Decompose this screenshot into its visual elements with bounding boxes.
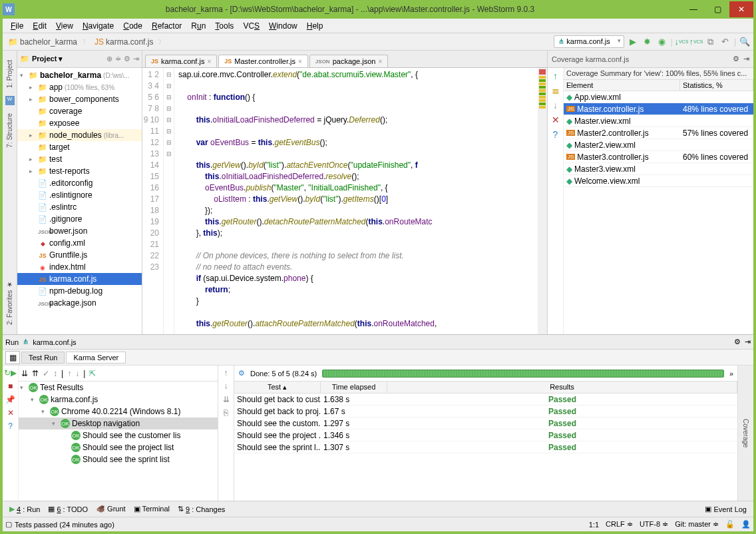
- progress-chevron-icon[interactable]: »: [729, 370, 733, 378]
- run-tree-node[interactable]: ▾OK Chrome 40.0.2214 (Windows 8.1): [19, 405, 218, 417]
- menu-view[interactable]: View: [52, 20, 77, 32]
- editor-tab[interactable]: JS karma.conf.js ×: [145, 55, 217, 67]
- terminal-tool-button[interactable]: ▣ Terminal: [130, 503, 174, 515]
- encoding[interactable]: UTF-8 ≑: [640, 520, 668, 529]
- pin-icon[interactable]: 📌: [5, 395, 15, 404]
- run-result-row[interactable]: Should see the custom...1.297 sPassed: [234, 417, 737, 429]
- cursor-position[interactable]: 1:1: [589, 521, 599, 529]
- tree-item[interactable]: ◆config.xml: [17, 237, 142, 249]
- event-log-button[interactable]: ▣ Event Log: [701, 503, 751, 515]
- run-tree-node[interactable]: OK Should see the customer lis: [19, 429, 218, 441]
- undo-icon[interactable]: ↶: [719, 36, 731, 48]
- editor[interactable]: 1 2 3 4 5 6 7 8 9 10 11 12 13 14 15 16 1…: [142, 68, 547, 334]
- tree-item[interactable]: JSkarma.conf.js: [17, 273, 142, 285]
- run-tree-node[interactable]: OK Should see the project list: [19, 441, 218, 453]
- changes-tool-button[interactable]: ⇅ 9: Changes: [174, 503, 229, 515]
- todo-tool-button[interactable]: ▦ 6: TODO: [44, 503, 92, 515]
- settings-icon[interactable]: ⚙: [733, 55, 739, 63]
- tree-item[interactable]: 📁target: [17, 141, 142, 153]
- run-tree-node[interactable]: ▾OK karma.conf.js: [19, 394, 218, 405]
- vcs-history-icon[interactable]: ⧉: [705, 36, 717, 48]
- run-result-row[interactable]: Should see the sprint l...1.307 sPassed: [234, 441, 737, 453]
- lock-icon[interactable]: 🔓: [725, 520, 735, 529]
- coverage-row[interactable]: ◆ App.view.xml: [564, 91, 753, 103]
- breadcrumb-file[interactable]: JS karma.conf.js: [92, 37, 156, 47]
- tree-item[interactable]: JSGruntfile.js: [17, 249, 142, 261]
- grunt-tool-button[interactable]: 🐗 Grunt: [92, 503, 130, 515]
- project-tree[interactable]: ▾📁bachelor_karma (D:\ws\...▸📁app (100% f…: [17, 68, 142, 334]
- run-result-row[interactable]: Should get back to cust...1.638 sPassed: [234, 394, 737, 405]
- close-icon[interactable]: ✕: [552, 115, 560, 125]
- expand-icon[interactable]: ≑: [115, 55, 121, 63]
- editor-tab[interactable]: JSON package.json ×: [309, 55, 388, 67]
- close-icon[interactable]: ×: [378, 58, 382, 65]
- settings-icon[interactable]: ⚙: [124, 55, 130, 63]
- tab-test-run[interactable]: Test Run: [21, 352, 65, 364]
- structure-tool-button[interactable]: 7: Structure: [6, 111, 13, 150]
- coverage-button[interactable]: ◉: [656, 36, 668, 48]
- coverage-table[interactable]: ◆ App.view.xmlJS Master.controller.js48%…: [564, 91, 753, 187]
- up-arrow-icon[interactable]: ↑: [553, 71, 558, 81]
- maximize-button[interactable]: ▢: [705, 1, 729, 17]
- run-button[interactable]: ▶: [627, 36, 639, 48]
- tree-item[interactable]: ▸📁app (100% files, 63%: [17, 81, 142, 93]
- close-icon[interactable]: ×: [298, 58, 302, 65]
- test-run-icon[interactable]: ▦: [5, 351, 20, 364]
- run-tool-button[interactable]: ▶ 4: Run: [5, 503, 44, 515]
- inspector-icon[interactable]: 👤: [741, 520, 751, 529]
- filter-icon[interactable]: ↓: [553, 100, 558, 111]
- filter-passed-icon[interactable]: ✓: [43, 369, 49, 378]
- menu-vcs[interactable]: VCS: [239, 20, 264, 32]
- tree-item[interactable]: 📄.gitignore: [17, 213, 142, 225]
- run-tree[interactable]: ▾OK Test Results▾OK karma.conf.js▾OK Chr…: [19, 382, 218, 501]
- tree-item[interactable]: 📄.eslintignore: [17, 189, 142, 201]
- fold-gutter[interactable]: ⊟ ⊟ ⊟ ⊟ ⊟ ⊟ ⊟ ⊟: [164, 68, 174, 334]
- tree-item[interactable]: JSONpackage.json: [17, 297, 142, 309]
- tree-item[interactable]: 📁exposee: [17, 117, 142, 129]
- coverage-side-tab[interactable]: Coverage: [742, 419, 749, 447]
- code-area[interactable]: sap.ui.core.mvc.Controller.extend("de.ab…: [174, 68, 538, 334]
- editor-tab[interactable]: JS Master.controller.js ×: [218, 55, 308, 67]
- tree-item[interactable]: 📄npm-debug.log: [17, 285, 142, 297]
- run-tree-node[interactable]: OK Should see the sprint list: [19, 453, 218, 465]
- tree-item[interactable]: 📁coverage: [17, 105, 142, 117]
- close-icon[interactable]: ×: [207, 58, 211, 65]
- up-icon[interactable]: ↑: [224, 368, 228, 378]
- rerun-icon[interactable]: ↻▶: [4, 368, 17, 378]
- menu-refactor[interactable]: Refactor: [148, 20, 186, 32]
- project-panel-title[interactable]: Project ▾: [32, 55, 63, 63]
- flatten-icon[interactable]: ≣: [552, 85, 560, 96]
- col-results[interactable]: Results: [387, 382, 737, 393]
- gear-icon[interactable]: ⚙: [238, 369, 245, 378]
- menu-code[interactable]: Code: [119, 20, 146, 32]
- tree-item[interactable]: ▸📁test-reports: [17, 165, 142, 177]
- coverage-row[interactable]: ◆ Master3.view.xml: [564, 163, 753, 175]
- run-result-row[interactable]: Should get back to proj...1.67 sPassed: [234, 405, 737, 417]
- menu-navigate[interactable]: Navigate: [79, 20, 118, 32]
- marker-strip[interactable]: [538, 68, 547, 334]
- run-results-table[interactable]: Should get back to cust...1.638 sPassedS…: [234, 394, 737, 501]
- coverage-row[interactable]: ◆ Master.view.xml: [564, 115, 753, 127]
- tree-item[interactable]: ▸📁node_modules (libra...: [17, 129, 142, 141]
- tree-item[interactable]: ▸📁test: [17, 153, 142, 165]
- menu-run[interactable]: Run: [187, 20, 210, 32]
- help-icon[interactable]: ?: [8, 421, 13, 431]
- project-tool-button[interactable]: 1: Project: [6, 57, 13, 91]
- help-icon[interactable]: ?: [553, 129, 558, 140]
- menu-edit[interactable]: Edit: [29, 20, 51, 32]
- tree-root[interactable]: ▾📁bachelor_karma (D:\ws\...: [17, 69, 142, 81]
- next-icon[interactable]: ↓: [75, 369, 79, 378]
- debug-button[interactable]: ✸: [642, 36, 654, 48]
- search-icon[interactable]: 🔍: [739, 36, 751, 48]
- vcs-update-icon[interactable]: ↓VCS: [675, 36, 687, 48]
- coverage-row[interactable]: ◆ Master2.view.xml: [564, 139, 753, 151]
- line-separator[interactable]: CRLF ≑: [606, 520, 633, 529]
- favorites-tool-button[interactable]: 2: Favorites ★: [6, 278, 13, 328]
- expand-all-icon[interactable]: ⇈: [32, 369, 39, 378]
- menu-file[interactable]: File: [7, 20, 27, 32]
- collapse-icon[interactable]: ⇥: [133, 55, 139, 63]
- tab-karma-server[interactable]: Karma Server: [66, 352, 126, 364]
- col-element[interactable]: Element: [564, 80, 680, 91]
- print-icon[interactable]: ⎘: [224, 408, 228, 417]
- tree-item[interactable]: 📄.editorconfig: [17, 177, 142, 189]
